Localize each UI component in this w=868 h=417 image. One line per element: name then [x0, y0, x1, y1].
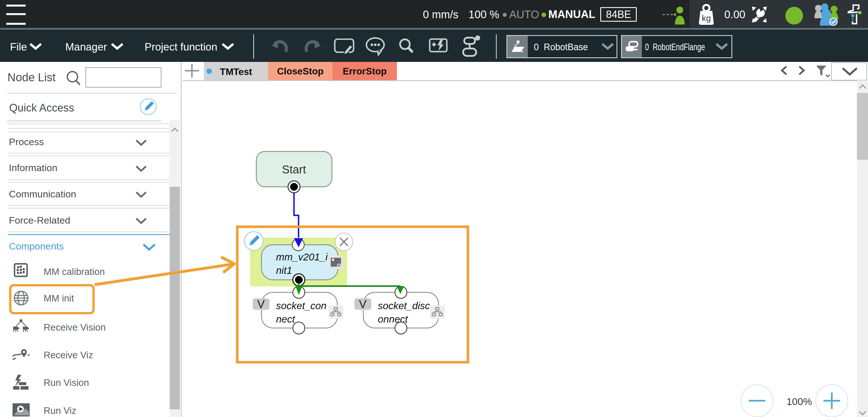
svg-text:V: V [257, 298, 265, 310]
svg-text:socket_con: socket_con [276, 300, 327, 311]
svg-text:mm_v201_i: mm_v201_i [276, 251, 328, 262]
svg-text:V: V [359, 298, 367, 310]
svg-text:socket_disc: socket_disc [378, 300, 430, 311]
svg-text:Start: Start [282, 163, 306, 176]
svg-text:nit1: nit1 [276, 265, 292, 276]
svg-text:nect: nect [276, 314, 295, 325]
